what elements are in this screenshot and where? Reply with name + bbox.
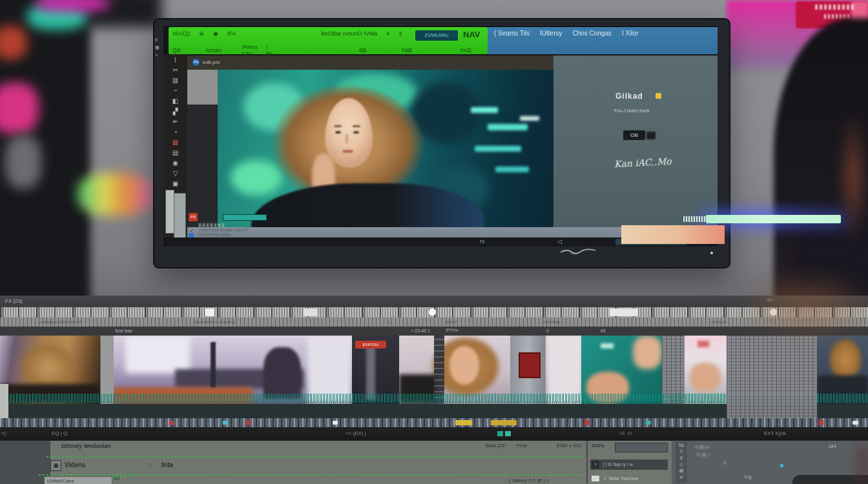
folder-icon xyxy=(592,476,599,481)
gear-icon[interactable]: ⊕ xyxy=(199,30,204,37)
canvas-area[interactable]: PS xyxy=(187,70,553,227)
transport-controls[interactable]: == (EX) | xyxy=(346,427,366,440)
menu-item[interactable]: ( Seams Tils xyxy=(494,30,530,37)
power-led xyxy=(710,252,713,254)
track-icon[interactable]: ▣ xyxy=(50,460,61,471)
menu-bar: ( Seams Tils IUttersy Chos Congas I Xilo… xyxy=(488,27,718,54)
ob-button[interactable]: OB xyxy=(623,130,645,140)
target-icon[interactable]: ◉ xyxy=(213,30,218,37)
vertical-icon-strip: Sp © 8 ◇ ▤ # xyxy=(676,442,687,483)
portrait-photo xyxy=(218,70,553,227)
zoom-value: 542% xyxy=(592,443,604,449)
menu-item[interactable]: Chos Congas xyxy=(572,30,612,37)
yellow-marker xyxy=(455,420,472,425)
green-chip-icon[interactable] xyxy=(497,431,503,436)
toolbar-item[interactable]: i ko xyxy=(267,44,273,57)
check-icon: ✓ xyxy=(190,228,194,233)
toolbar-item[interactable]: Arzwo xyxy=(205,47,222,54)
tool-icon[interactable]: ▤ xyxy=(170,148,181,157)
glyph: rv xyxy=(480,238,485,245)
tool-icon[interactable]: ⟨ xyxy=(170,55,181,65)
scrollbar-track[interactable] xyxy=(174,193,186,239)
pen-tool-icon[interactable]: ✏ xyxy=(170,117,181,126)
toolbar-item[interactable]: 4 xyxy=(386,30,389,37)
document-tab[interactable]: edit.prs xyxy=(203,59,220,65)
tool-icon[interactable]: ▣ xyxy=(170,179,181,188)
red-square-marker xyxy=(519,352,541,378)
lips xyxy=(342,150,353,153)
neon-text-smudge xyxy=(488,124,528,130)
eq-button[interactable]: EQ | Q. xyxy=(52,427,69,440)
gray-reflection-blob xyxy=(5,136,41,188)
toolbar-item[interactable]: YAD xyxy=(460,47,471,54)
status-line-2: ic asna rasnwe ayaste xyxy=(199,232,231,237)
toolbar-glyph[interactable]: □≡ .O. xyxy=(619,427,633,440)
panel-left-column xyxy=(0,441,50,484)
ruler-note: i a xyxy=(388,318,391,327)
tool-icon[interactable]: ▥ xyxy=(170,76,181,85)
green-track-line xyxy=(46,456,585,458)
ext-button[interactable]: EXT IQ/A- xyxy=(764,427,787,440)
toolbar-item[interactable]: IFA xyxy=(227,30,236,37)
panel-subtitle: Foo-J Nater Kank xyxy=(614,108,650,113)
toolbar-item[interactable]: ViA/(2) xyxy=(172,30,190,37)
track-label-video[interactable]: Videns xyxy=(65,461,86,469)
tool-icon[interactable]: ▽ xyxy=(170,169,181,178)
clip-face xyxy=(450,346,479,385)
properties-panel: Gilkad Foo-J Nater Kank OB Kan iAC..Mo xyxy=(553,55,718,227)
mini-progress[interactable] xyxy=(615,443,668,452)
scissors-icon[interactable]: ✂ xyxy=(170,66,181,75)
green-chip-icon[interactable] xyxy=(505,431,511,436)
toolbar-glyph[interactable]: ≈) xyxy=(1,427,6,440)
button-shadow xyxy=(646,132,656,139)
navy-button[interactable]: ZUWUWU xyxy=(415,30,458,41)
right-row-box[interactable]: ≡ | I th Bap ly I w xyxy=(590,459,668,470)
panel-divider xyxy=(586,441,588,484)
strip-glyph[interactable]: 8 xyxy=(676,455,687,461)
red-smudge xyxy=(698,341,709,347)
tool-icon[interactable]: ◧ xyxy=(170,97,181,106)
strip-glyph[interactable]: ▤ xyxy=(676,468,687,474)
toolbar-item[interactable]: Y6B xyxy=(401,47,412,54)
blue-dot-icon xyxy=(189,233,194,237)
headphone-icon[interactable]: ∩ xyxy=(147,460,152,469)
tool-icon[interactable]: ◉ xyxy=(170,159,181,168)
rainbow-light-blob xyxy=(78,173,152,216)
toolbar-item[interactable]: 3 xyxy=(398,30,402,37)
scrollbar-thumb[interactable] xyxy=(165,190,174,234)
cyan-dot xyxy=(780,464,783,467)
clip-label: 0 xyxy=(546,327,549,335)
ps-badge-icon: PS xyxy=(189,213,198,221)
tool-icon[interactable]: ◔ xyxy=(170,128,181,137)
playhead-dot[interactable] xyxy=(429,308,436,316)
track-tag: NC xyxy=(114,476,120,481)
clip-hair xyxy=(829,338,862,381)
tool-icon[interactable]: ~ xyxy=(170,86,181,96)
strip-glyph[interactable]: ◇ xyxy=(676,461,687,468)
marker-strip xyxy=(0,418,868,427)
peach-color-swatch xyxy=(621,225,725,244)
scatter-text: % |B| = xyxy=(696,452,711,457)
toolbar-item[interactable]: QX xyxy=(172,47,181,54)
tool-icon[interactable]: ▞ xyxy=(170,107,181,116)
toolbar-item[interactable]: 6B xyxy=(359,47,366,54)
teal-marker xyxy=(646,421,651,425)
toolbar-item[interactable]: : xyxy=(411,30,413,37)
right-row-2[interactable]: ✓ MAk Tsomve xyxy=(590,474,668,483)
row-note: ( Satury 17i @ | = xyxy=(509,478,549,483)
red-marker xyxy=(247,420,251,425)
ruler-marker xyxy=(304,308,318,316)
tool-icon-red[interactable]: ▦ xyxy=(170,138,181,147)
strip-glyph[interactable]: © xyxy=(676,449,687,455)
bezel-icon: ≡ xyxy=(155,52,163,59)
menu-item[interactable]: I Xilor xyxy=(622,30,639,37)
strip-glyph[interactable]: Sp xyxy=(676,442,687,449)
toolbar-item[interactable]: beOBar AmunO IVMa xyxy=(321,30,377,37)
menu-item[interactable]: IUttersy xyxy=(540,30,562,37)
track-label-audio[interactable]: Inta xyxy=(161,461,173,469)
magenta-light-blob xyxy=(36,0,110,12)
clip-label: #2 xyxy=(601,327,606,335)
strip-glyph[interactable]: # xyxy=(676,474,687,481)
track-chip[interactable]: UVtaVCans xyxy=(44,476,112,484)
toolbar-item[interactable]: Primo Lav xyxy=(242,44,258,57)
